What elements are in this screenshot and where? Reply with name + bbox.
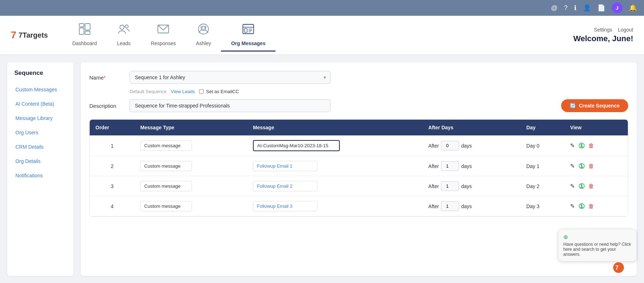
msg-select-0[interactable]: AI-CustomMsg-Mar10-2023-18-15 [253,140,340,151]
cell-order-0: 1 [90,135,135,156]
chat-add-icon: ⊕ [563,234,630,240]
sidebar-item-org-users[interactable]: Org Users [7,125,74,140]
cell-order-1: 2 [90,156,135,176]
chat-bubble[interactable]: ⊕ Have questions or need help? Click her… [558,229,637,262]
settings-link[interactable]: Settings [594,27,612,33]
col-order: Order [90,120,135,135]
days-text-2: days [461,183,472,189]
nav-header: 7 7Targets Dashboard [0,16,644,55]
delete-icon-0[interactable]: 🗑 [588,143,594,149]
sidebar-title: Sequence [7,69,74,82]
cell-day-3: Day 3 [521,196,564,216]
avatar[interactable]: J [612,3,622,13]
delete-icon-2[interactable]: 🗑 [588,183,594,190]
sidebar-item-notifications[interactable]: Notifications [7,168,74,183]
logo[interactable]: 7 7Targets [11,29,48,41]
add-icon-3[interactable]: ① [578,202,585,211]
cell-day-1: Day 1 [521,156,564,176]
svg-rect-13 [244,29,247,32]
document-icon[interactable]: 📄 [597,4,605,12]
days-text-0: days [461,143,472,149]
help-icon[interactable]: ? [564,4,568,12]
welcome-text: Welcome, June! [573,34,633,43]
nav-right: Settings Logout Welcome, June! [573,27,633,43]
days-text-3: days [461,203,472,209]
nav-item-dashboard[interactable]: Dashboard [62,19,107,52]
msg-type-select-2[interactable]: Custom message [140,181,192,191]
edit-icon-1[interactable]: ✎ [570,163,575,169]
cell-msg-type-1: Custom message [135,156,247,176]
bell-icon[interactable]: 🔔 [629,4,637,12]
add-icon-1[interactable]: ① [578,162,585,171]
create-sequence-button[interactable]: 🔄 Create Sequence [561,99,628,112]
cell-msg-type-2: Custom message [135,176,247,196]
cell-message-3: Followup Email 3 [247,196,423,216]
cell-view-2: ✎①🗑 [564,176,628,196]
days-input-3[interactable] [441,201,459,211]
cell-view-0: ✎①🗑 [564,135,628,156]
days-input-0[interactable] [441,141,459,150]
right-panel: Name* Sequence 1 for Ashley ▾ Default Se… [81,62,637,276]
email-cc-label[interactable]: Set as EmailCC [199,89,239,94]
cell-message-0: AI-CustomMsg-Mar10-2023-18-15 [247,135,423,156]
msg-select-2[interactable]: Followup Email 2 [253,181,318,191]
edit-icon-0[interactable]: ✎ [570,142,575,149]
sidebar-item-crm-details[interactable]: CRM Details [7,140,74,154]
nav-item-leads[interactable]: Leads [107,19,141,52]
nav-item-responses[interactable]: Responses [141,19,186,52]
chat-text: Have questions or need help? Click here … [563,242,631,257]
sidebar-item-org-details[interactable]: Org Details [7,154,74,168]
nav-item-org-messages[interactable]: Org Messages [221,19,276,52]
table-row: 3Custom messageFollowup Email 2Afterdays… [90,176,628,196]
info-icon[interactable]: ℹ [574,4,577,12]
add-icon-0[interactable]: ① [578,142,585,150]
edit-icon-3[interactable]: ✎ [570,203,575,210]
days-input-1[interactable] [441,161,459,171]
msg-select-3[interactable]: Followup Email 3 [253,201,318,211]
leads-icon [118,23,130,38]
col-message-type: Message Type [135,120,247,135]
days-input-2[interactable] [441,181,459,191]
msg-type-select-1[interactable]: Custom message [140,161,192,171]
create-btn-label: Create Sequence [579,103,620,109]
email-cc-checkbox[interactable] [199,89,204,94]
sidebar-item-custom-messages[interactable]: Custom Messages [7,82,74,97]
nav-label-ashley: Ashley [196,40,211,46]
cell-view-3: ✎①🗑 [564,196,628,216]
msg-type-select-0[interactable]: Custom message [140,140,192,151]
dashboard-icon [79,23,91,38]
after-label-0: After [428,143,439,149]
top-bar: @ ? ℹ 👤 📄 J 🔔 [0,0,644,16]
edit-icon-2[interactable]: ✎ [570,183,575,190]
default-seq-text: Default Sequence [130,89,166,94]
cell-after-days-0: Afterdays [423,135,521,156]
user-icon[interactable]: 👤 [583,4,591,12]
description-input[interactable] [130,99,330,112]
msg-select-1[interactable]: Followup Email 1 [253,161,318,171]
col-after-days: After Days [423,120,521,135]
cell-after-days-2: Afterdays [423,176,521,196]
sidebar-item-message-library[interactable]: Message Library [7,111,74,125]
table-row: 1Custom messageAI-CustomMsg-Mar10-2023-1… [90,135,628,156]
add-icon-2[interactable]: ① [578,182,585,191]
msg-type-select-3[interactable]: Custom message [140,201,192,211]
sidebar-item-ai-content[interactable]: AI Content (Beta) [7,97,74,111]
svg-point-5 [125,25,128,28]
logo-name: 7Targets [19,31,48,39]
svg-rect-0 [79,24,84,27]
view-leads-link[interactable]: View Leads [171,89,195,94]
delete-icon-1[interactable]: 🗑 [588,163,594,169]
cell-day-2: Day 2 [521,176,564,196]
nav-item-ashley[interactable]: Ashley [186,19,221,52]
logout-link[interactable]: Logout [618,27,633,33]
svg-point-17 [613,262,624,273]
name-select[interactable]: Sequence 1 for Ashley [130,71,330,84]
delete-icon-3[interactable]: 🗑 [588,203,594,210]
at-icon[interactable]: @ [551,4,558,12]
after-label-1: After [428,163,439,169]
col-day: Day [521,120,564,135]
cell-msg-type-0: Custom message [135,135,247,156]
name-select-wrapper: Sequence 1 for Ashley ▾ [130,71,330,84]
cell-message-2: Followup Email 2 [247,176,423,196]
7targets-chat-icon[interactable]: 7 [613,262,624,276]
